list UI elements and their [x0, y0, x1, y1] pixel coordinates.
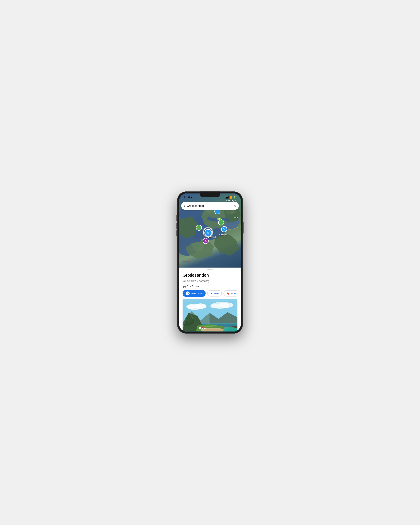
hike4-icon: 🚶: [197, 226, 200, 229]
place-title: Grotlesanden: [183, 272, 237, 278]
back-button[interactable]: ‹: [184, 204, 185, 208]
phone-screen: 12:39 ▸ 📶 🔋: [179, 193, 241, 332]
save-button[interactable]: 🔖 Save: [224, 290, 239, 297]
svg-marker-8: [214, 234, 239, 256]
search-bar[interactable]: ‹ Grotlesanden ✕: [181, 202, 239, 210]
wifi-icon: 📶: [230, 196, 232, 199]
clear-search-button[interactable]: ✕: [233, 204, 236, 208]
action-buttons: ⬡ Directions ▲ Start 🔖 Save ⬆: [183, 290, 237, 297]
svg-rect-35: [202, 328, 203, 329]
hike-icon: ⛷: [216, 210, 218, 213]
place-coordinates: (61.8425427, 4.9005890): [183, 280, 237, 282]
bottom-sheet: Grotlesanden (61.8425427, 4.9005890) 🚗 8…: [179, 268, 241, 332]
start-label: Start: [214, 292, 219, 295]
start-button[interactable]: ▲ Start: [207, 290, 222, 297]
map-label-brv: Brv: [234, 216, 238, 219]
drag-handle[interactable]: [207, 269, 213, 270]
selected-hike-icon: ⛷: [207, 231, 210, 235]
landscape-svg: [183, 299, 237, 332]
svg-point-19: [219, 302, 233, 308]
google-watermark: Google: [182, 260, 189, 262]
place-photo[interactable]: [183, 299, 237, 332]
svg-rect-33: [199, 327, 201, 329]
start-icon: ▲: [210, 292, 213, 295]
hotel-icon: 🏠: [205, 240, 207, 242]
svg-rect-37: [204, 328, 205, 329]
directions-icon: ⬡: [186, 291, 190, 295]
hike2-icon: 🚶: [220, 221, 222, 224]
phone-frame: 12:39 ▸ 📶 🔋: [177, 191, 243, 334]
svg-rect-43: [183, 331, 237, 332]
search-query: Grotlesanden: [187, 204, 232, 208]
map-pin-purple[interactable]: 🏠: [203, 238, 209, 244]
map-pin-green-2[interactable]: 🚶: [196, 225, 202, 231]
svg-point-20: [210, 304, 221, 309]
drive-time-value: 8 hr 54 min: [187, 285, 199, 288]
bookmark-icon: 🔖: [226, 292, 229, 295]
directions-button[interactable]: ⬡ Directions: [183, 290, 206, 297]
svg-point-13: [231, 210, 235, 213]
svg-point-16: [195, 303, 206, 309]
location-arrow-icon: ▸: [191, 196, 192, 198]
map-label-svelgen: Svelgen: [219, 234, 227, 236]
drive-time: 🚗 8 hr 54 min: [183, 285, 237, 288]
save-label: Save: [230, 292, 236, 295]
status-icons: 📶 🔋: [225, 196, 236, 199]
notch: [200, 191, 220, 197]
map-pin-blue-2[interactable]: ⛷: [221, 226, 227, 232]
hike3-icon: ⛷: [223, 228, 225, 230]
signal-icon: [225, 196, 229, 198]
svg-point-17: [186, 304, 195, 309]
battery-icon: 🔋: [233, 196, 236, 198]
map-label-dyrstad: Dyrstad: [208, 236, 216, 238]
status-time: 12:39: [184, 196, 190, 199]
car-icon: 🚗: [183, 285, 186, 288]
road-label: 15: [217, 218, 221, 220]
directions-label: Directions: [191, 292, 202, 295]
